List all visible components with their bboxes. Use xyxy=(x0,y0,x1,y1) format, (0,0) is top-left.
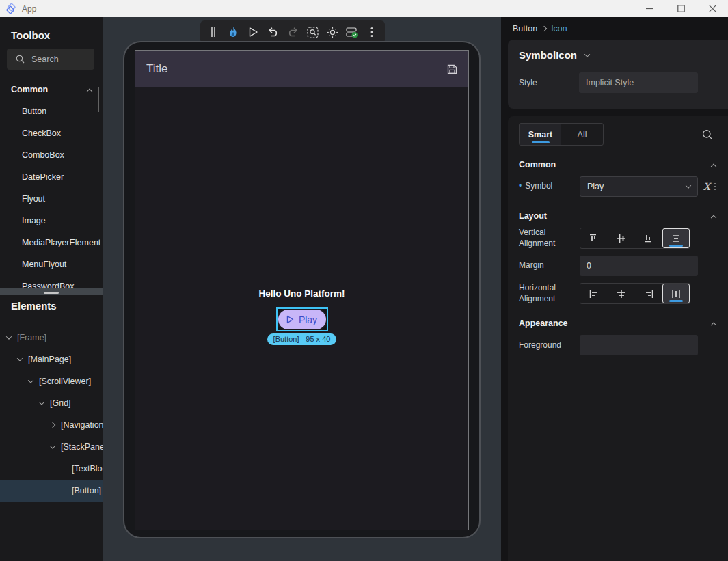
chevron-right-icon xyxy=(541,25,547,31)
play-icon[interactable] xyxy=(247,26,259,38)
tree-item[interactable]: [ScrollViewer] xyxy=(0,370,103,392)
toolbox-item[interactable]: Image xyxy=(0,210,103,232)
valign-bottom-button[interactable] xyxy=(635,228,662,248)
horizontal-alignment-label: Horizontal Alignment xyxy=(519,283,580,304)
vertical-alignment-label: Vertical Alignment xyxy=(519,228,580,249)
required-dot-icon: • xyxy=(519,181,522,191)
section-common[interactable]: Common xyxy=(519,160,717,169)
tree-item[interactable]: [StackPanel] xyxy=(0,436,103,458)
section-appearance[interactable]: Appearance xyxy=(519,318,717,328)
save-icon[interactable] xyxy=(447,64,457,74)
play-button-label: Play xyxy=(299,314,317,325)
toolbox-item[interactable]: MediaPlayerElement xyxy=(0,232,103,254)
selection-outline[interactable]: Play xyxy=(276,307,328,331)
halign-left-button[interactable] xyxy=(580,284,608,303)
vertical-alignment-row: Vertical Alignment xyxy=(519,228,717,249)
tree-item[interactable]: [Grid] xyxy=(0,392,103,414)
chevron-down-icon[interactable] xyxy=(6,333,12,339)
margin-input[interactable]: 0 xyxy=(580,256,698,276)
maximize-button[interactable] xyxy=(665,0,697,17)
hot-reload-flame-icon[interactable] xyxy=(227,26,239,38)
symbol-dropdown[interactable]: Play xyxy=(580,176,698,197)
selection-size-badge: [Button] - 95 x 40 xyxy=(267,333,337,345)
app-title: App xyxy=(22,4,36,14)
chevron-down-icon[interactable] xyxy=(50,443,55,448)
section-layout[interactable]: Layout xyxy=(519,211,717,221)
breadcrumb-icon[interactable]: Icon xyxy=(551,24,567,33)
app-navbar[interactable]: Title xyxy=(135,51,468,87)
tree-item-label: [Frame] xyxy=(17,333,46,342)
toolbox-item[interactable]: Button xyxy=(0,100,103,122)
margin-row: Margin 0 xyxy=(519,256,717,276)
chevron-right-icon[interactable] xyxy=(50,422,55,428)
chevron-down-icon[interactable] xyxy=(28,377,33,383)
valign-stretch-button[interactable] xyxy=(662,228,690,248)
hello-text: Hello Uno Platform! xyxy=(258,288,345,299)
chevron-down-icon[interactable] xyxy=(584,51,590,57)
properties-card: Smart All Common •Symbol Play xyxy=(508,116,728,561)
toolbox-item[interactable]: DatePicker xyxy=(0,166,103,188)
toolbox-search-input[interactable]: Search xyxy=(7,49,94,70)
design-toolbar xyxy=(200,20,385,44)
horizontal-alignment-row: Horizontal Alignment xyxy=(519,283,717,304)
valign-top-button[interactable] xyxy=(580,228,608,248)
toolbox-item[interactable]: PasswordBox xyxy=(0,275,103,288)
tree-item-label: [Grid] xyxy=(50,398,71,408)
tree-item-label: [NavigationE xyxy=(61,420,103,430)
tab-all[interactable]: All xyxy=(561,124,603,145)
toolbox-item[interactable]: ComboBox xyxy=(0,144,103,166)
elements-title: Elements xyxy=(11,300,57,312)
type-header: SymbolIcon xyxy=(519,49,577,61)
design-canvas[interactable]: Title Hello Uno Platform! xyxy=(103,17,501,561)
chevron-up-icon xyxy=(711,323,716,328)
left-sidebar: Toolbox Search Common ButtonCheckBoxComb… xyxy=(0,17,103,561)
style-label: Style xyxy=(519,78,579,87)
toolbox-item[interactable]: MenuFlyout xyxy=(0,254,103,275)
tree-item[interactable]: [Button] xyxy=(0,480,103,502)
panel-splitter[interactable] xyxy=(0,288,103,295)
feature-flags-check-icon[interactable] xyxy=(346,26,358,38)
halign-stretch-button[interactable] xyxy=(662,284,690,303)
chevron-down-icon[interactable] xyxy=(17,355,23,361)
redo-icon[interactable] xyxy=(286,26,299,38)
inspect-element-icon[interactable] xyxy=(306,26,319,38)
undo-icon[interactable] xyxy=(267,26,279,38)
search-icon xyxy=(16,55,25,64)
horizontal-alignment-group xyxy=(580,283,690,304)
toolbox-group-common[interactable]: Common xyxy=(11,83,92,96)
device-screen[interactable]: Title Hello Uno Platform! xyxy=(135,50,469,530)
foreground-input[interactable] xyxy=(580,335,698,355)
properties-search-icon[interactable] xyxy=(702,129,713,140)
toolbox-item[interactable]: CheckBox xyxy=(0,122,103,144)
play-button[interactable]: Play xyxy=(278,310,326,329)
toolbox-list: ButtonCheckBoxComboBoxDatePickerFlyoutIm… xyxy=(0,100,103,288)
navbar-title: Title xyxy=(146,62,168,76)
halign-right-button[interactable] xyxy=(635,284,662,303)
device-frame: Title Hello Uno Platform! xyxy=(123,41,481,538)
breadcrumb-button[interactable]: Button xyxy=(513,24,537,33)
chevron-down-icon[interactable] xyxy=(39,399,44,405)
more-options-kebab-icon[interactable] xyxy=(366,26,378,38)
property-tabs: Smart All xyxy=(519,123,604,146)
toolbox-item[interactable]: Flyout xyxy=(0,188,103,210)
tree-item[interactable]: [MainPage] xyxy=(0,348,103,370)
halign-center-button[interactable] xyxy=(608,284,635,303)
minimize-button[interactable] xyxy=(634,0,665,17)
tree-item[interactable]: [NavigationE xyxy=(0,414,103,436)
tab-smart[interactable]: Smart xyxy=(520,124,561,145)
tree-item-label: [MainPage] xyxy=(28,355,71,364)
breadcrumb: Button Icon xyxy=(513,17,567,40)
margin-label: Margin xyxy=(519,260,580,271)
style-input[interactable]: Implicit Style xyxy=(579,72,698,93)
property-kebab-icon[interactable] xyxy=(714,183,716,190)
chevron-up-icon xyxy=(711,215,716,221)
binding-x-icon[interactable]: X xyxy=(703,181,710,192)
tree-item[interactable]: [TextBlock] xyxy=(0,458,103,480)
app-content[interactable]: Hello Uno Platform! Play [But xyxy=(135,87,468,530)
theme-toggle-sun-icon[interactable] xyxy=(326,26,338,38)
valign-center-button[interactable] xyxy=(608,228,635,248)
drag-handle-icon[interactable] xyxy=(207,26,219,38)
active-tab-underline xyxy=(532,141,550,143)
close-button[interactable] xyxy=(697,0,728,17)
tree-item[interactable]: [Frame] xyxy=(0,327,103,348)
